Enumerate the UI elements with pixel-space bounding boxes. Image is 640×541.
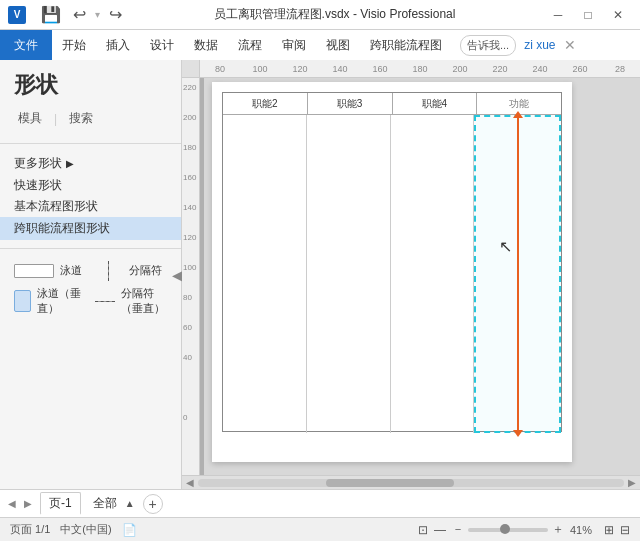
zoom-in-button[interactable]: ＋ (552, 521, 564, 538)
scroll-thumb[interactable] (326, 479, 454, 487)
section-more-shapes[interactable]: 更多形状 ▶ (0, 152, 181, 175)
app-icon: V (8, 6, 26, 24)
status-icon-2: — (434, 523, 446, 537)
menu-review[interactable]: 审阅 (272, 30, 316, 60)
vmark-200: 200 (183, 113, 196, 122)
ruler-marks: 80 100 120 140 160 180 200 220 240 260 2… (200, 64, 640, 74)
panel-title: 形状 (0, 60, 181, 104)
swimlane-col-2[interactable] (307, 115, 391, 433)
canvas-area[interactable]: 220 200 180 160 140 120 100 80 60 40 0 (182, 78, 640, 475)
vmark-120: 120 (183, 233, 196, 242)
lane-icon (14, 264, 54, 278)
scroll-right-button[interactable]: ▶ (628, 477, 636, 488)
vmark-80: 80 (183, 293, 192, 302)
section-basic-flowchart[interactable]: 基本流程图形状 (0, 196, 181, 217)
title-bar-left: V 💾 ↩ ▾ ↪ (8, 5, 125, 24)
vmark-220: 220 (183, 83, 196, 92)
bottom-nav: ◀ ▶ 页-1 全部 ▲ + (0, 489, 640, 517)
all-pages-arrow[interactable]: ▲ (125, 498, 135, 509)
menu-start[interactable]: 开始 (52, 30, 96, 60)
user-label[interactable]: zi xue (524, 38, 555, 52)
menu-right: 告诉我... zi xue ✕ (452, 30, 584, 60)
close-ribbon-button[interactable]: ✕ (564, 37, 576, 53)
swimlane-col-1[interactable] (223, 115, 307, 433)
ruler-mark-200: 200 (440, 64, 480, 74)
swimlane-header: 职能2 职能3 职能4 功能 (223, 93, 561, 115)
zoom-track[interactable] (468, 528, 548, 532)
menu-file[interactable]: 文件 (0, 30, 52, 60)
quick-access-toolbar: 💾 ↩ ▾ ↪ (38, 5, 125, 24)
zoom-percent: 41% (570, 524, 598, 536)
diagram-container: 职能2 职能3 职能4 功能 (222, 92, 562, 447)
shape-sep[interactable]: 分隔符 (95, 263, 168, 278)
orange-arrow-top (513, 111, 523, 118)
redo-button[interactable]: ↪ (106, 5, 125, 24)
swimlane-col-3[interactable] (391, 115, 475, 433)
shape-lane[interactable]: 泳道 (14, 263, 87, 278)
qs-separator: ▾ (95, 9, 100, 20)
ruler-mark-80: 80 (200, 64, 240, 74)
divider1 (0, 143, 181, 144)
ruler-mark-28x: 28 (600, 64, 640, 74)
status-icon-1: ⊡ (418, 523, 428, 537)
undo-button[interactable]: ↩ (70, 5, 89, 24)
nav-next-page[interactable]: ▶ (24, 498, 32, 509)
shape-sep-v[interactable]: 分隔符（垂直） (95, 286, 168, 316)
maximize-button[interactable]: □ (574, 4, 602, 26)
vmark-140: 140 (183, 203, 196, 212)
scroll-track[interactable] (198, 479, 624, 487)
ruler-mark-100: 100 (240, 64, 280, 74)
menu-items: 开始 插入 设计 数据 流程 审阅 视图 跨职能流程图 告诉我... zi xu… (52, 30, 640, 60)
lane-label: 泳道 (60, 263, 82, 278)
menu-cross-functional[interactable]: 跨职能流程图 (360, 30, 452, 60)
vmark-0: 0 (183, 413, 187, 422)
canvas-bg: 职能2 职能3 职能4 功能 (204, 78, 640, 475)
zoom-slider[interactable]: － ＋ (452, 521, 564, 538)
minimize-button[interactable]: ─ (544, 4, 572, 26)
vmark-180: 180 (183, 143, 196, 152)
ruler-mark-160: 160 (360, 64, 400, 74)
add-page-button[interactable]: + (143, 494, 163, 514)
doc-status-icon: 📄 (122, 523, 137, 537)
fit-page-button[interactable]: ⊞ (604, 523, 614, 537)
scroll-left-button[interactable]: ◀ (186, 477, 194, 488)
page-tab-1[interactable]: 页-1 (40, 492, 81, 515)
lane-header-3: 职能4 (393, 93, 478, 114)
section-cross-functional[interactable]: 跨职能流程图形状 (0, 217, 181, 240)
panel-tools: 模具 | 搜索 (0, 104, 181, 137)
status-bar: 页面 1/1 中文(中国) 📄 ⊡ — － ＋ 41% ⊞ ⊟ (0, 517, 640, 541)
menu-process[interactable]: 流程 (228, 30, 272, 60)
horizontal-scrollbar[interactable]: ◀ ▶ (182, 475, 640, 489)
save-button[interactable]: 💾 (38, 5, 64, 24)
zoom-thumb[interactable] (500, 524, 510, 534)
left-panel: 形状 模具 | 搜索 更多形状 ▶ 快速形状 基本流程图形状 跨职能流程图形状 … (0, 60, 182, 489)
tool-search[interactable]: 搜索 (65, 108, 97, 129)
swimlane-col-4-selected[interactable] (474, 115, 561, 433)
tell-me-input[interactable]: 告诉我... (460, 35, 516, 56)
shape-lane-v[interactable]: 泳道（垂直） (14, 286, 87, 316)
window-controls: ─ □ ✕ (544, 4, 632, 26)
locale-info: 中文(中国) (60, 522, 111, 537)
horizontal-ruler: 80 100 120 140 160 180 200 220 240 260 2… (182, 60, 640, 78)
page-canvas[interactable]: 职能2 职能3 职能4 功能 (212, 82, 572, 462)
menu-insert[interactable]: 插入 (96, 30, 140, 60)
page-tab-label: 页-1 (49, 495, 72, 512)
divider2 (0, 248, 181, 249)
section-quick-shapes[interactable]: 快速形状 (0, 175, 181, 196)
vmark-40: 40 (183, 353, 192, 362)
content-area: ◀ 80 100 120 140 160 180 200 220 240 260… (182, 60, 640, 489)
fit-width-button[interactable]: ⊟ (620, 523, 630, 537)
nav-prev-page[interactable]: ◀ (8, 498, 16, 509)
zoom-out-button[interactable]: － (452, 521, 464, 538)
vmark-60: 60 (183, 323, 192, 332)
ruler-mark-120: 120 (280, 64, 320, 74)
menu-design[interactable]: 设计 (140, 30, 184, 60)
status-left: 页面 1/1 中文(中国) 📄 (10, 522, 137, 537)
close-button[interactable]: ✕ (604, 4, 632, 26)
ruler-corner (182, 60, 200, 78)
vmark-160: 160 (183, 173, 196, 182)
tool-stencil[interactable]: 模具 (14, 108, 46, 129)
ruler-mark-180: 180 (400, 64, 440, 74)
menu-data[interactable]: 数据 (184, 30, 228, 60)
menu-view[interactable]: 视图 (316, 30, 360, 60)
